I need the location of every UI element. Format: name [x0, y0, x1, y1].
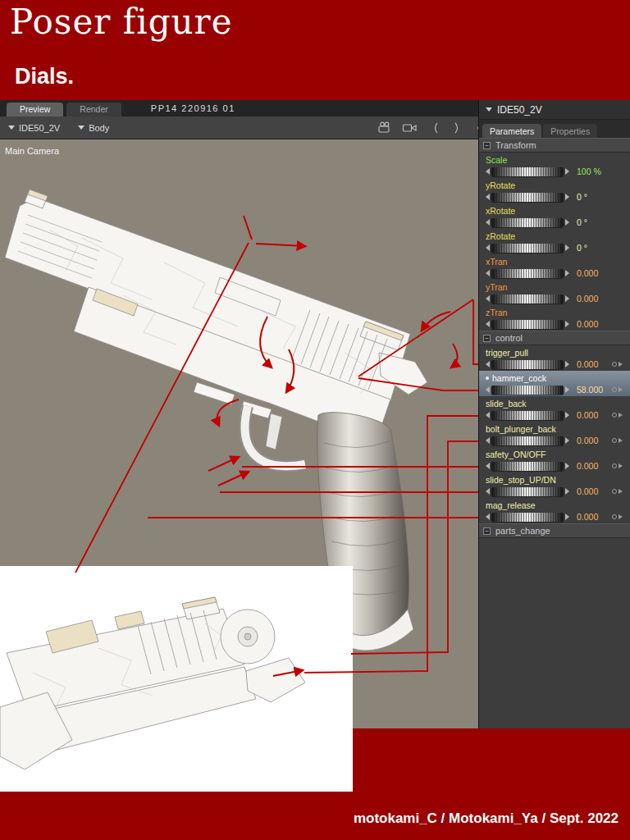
figure-dropdown[interactable]: IDE50_2V: [8, 123, 60, 133]
dial-increment-icon[interactable]: [565, 412, 569, 418]
param-value[interactable]: 0 °: [571, 217, 610, 227]
keyframe-icon[interactable]: [612, 463, 617, 468]
dial-increment-icon[interactable]: [565, 194, 569, 200]
param-dial[interactable]: [491, 513, 564, 522]
param-label-text: xTran: [486, 257, 507, 267]
dial-increment-icon[interactable]: [565, 386, 569, 393]
param-dial[interactable]: [491, 244, 564, 253]
param-label-text: Scale: [486, 155, 507, 165]
dial-decrement-icon[interactable]: [486, 514, 490, 520]
param-value[interactable]: 0.000: [571, 268, 610, 278]
param-dial[interactable]: [491, 360, 564, 369]
dial-decrement-icon[interactable]: [486, 244, 490, 251]
dial-increment-icon[interactable]: [565, 463, 569, 469]
dial-increment-icon[interactable]: [565, 168, 569, 175]
palette-tab-parameters[interactable]: Parameters: [482, 124, 541, 138]
doc-tab-preview[interactable]: Preview: [7, 103, 63, 116]
param-dial[interactable]: [491, 218, 564, 227]
next-key-icon[interactable]: [619, 514, 623, 519]
param-label: yRotate: [486, 180, 627, 190]
section-header-control[interactable]: −control: [479, 331, 630, 345]
param-dial[interactable]: [491, 320, 564, 329]
next-key-icon[interactable]: [619, 362, 623, 367]
dial-decrement-icon[interactable]: [486, 219, 490, 226]
param-dial[interactable]: [491, 462, 564, 471]
next-key-icon[interactable]: [619, 463, 623, 468]
param-value[interactable]: 0.000: [571, 294, 610, 304]
dial-decrement-icon[interactable]: [486, 463, 490, 469]
keyframe-icon[interactable]: [612, 514, 617, 519]
document-name-field[interactable]: PP14 220916 01: [143, 103, 244, 114]
param-dial[interactable]: [491, 411, 564, 420]
param-dial[interactable]: [491, 436, 564, 445]
collapse-icon[interactable]: −: [483, 335, 491, 342]
dial-decrement-icon[interactable]: [486, 194, 490, 200]
section-title: control: [495, 333, 523, 343]
next-key-icon[interactable]: [619, 489, 623, 494]
dial-increment-icon[interactable]: [565, 295, 569, 302]
param-value[interactable]: 0.000: [571, 319, 610, 329]
doc-tab-render[interactable]: Render: [66, 103, 121, 116]
palette-title-bar[interactable]: IDE50_2V: [479, 100, 630, 120]
param-value[interactable]: 0.000: [571, 359, 610, 369]
dial-increment-icon[interactable]: [565, 488, 569, 495]
dial-decrement-icon[interactable]: [486, 437, 490, 444]
dial-decrement-icon[interactable]: [486, 386, 490, 393]
dial-increment-icon[interactable]: [565, 321, 569, 327]
dial-decrement-icon[interactable]: [486, 321, 490, 327]
keyframe-icon[interactable]: [612, 362, 617, 367]
palette-tab-properties[interactable]: Properties: [543, 124, 597, 138]
param-value[interactable]: 0.000: [571, 410, 610, 420]
keyframe-icon[interactable]: [612, 438, 617, 443]
dial-increment-icon[interactable]: [565, 361, 569, 368]
collapse-icon[interactable]: −: [483, 527, 491, 535]
param-row-ytran: yTran0.000: [479, 280, 630, 305]
section-header-parts_change[interactable]: −parts_change: [479, 523, 630, 538]
dial-increment-icon[interactable]: [565, 437, 569, 444]
dial-decrement-icon[interactable]: [486, 361, 490, 368]
dial-decrement-icon[interactable]: [486, 295, 490, 302]
dial-decrement-icon[interactable]: [486, 412, 490, 418]
dial-line: 0.000: [486, 358, 627, 371]
param-dial[interactable]: [491, 269, 564, 278]
palette-title: IDE50_2V: [497, 104, 542, 116]
orbit-left-icon[interactable]: [425, 121, 443, 135]
param-dial[interactable]: [491, 167, 564, 176]
dial-increment-icon[interactable]: [565, 270, 569, 276]
param-value[interactable]: 0 °: [571, 243, 610, 253]
dial-decrement-icon[interactable]: [486, 270, 490, 276]
param-value[interactable]: 0.000: [571, 512, 610, 522]
closeup-render: [0, 566, 353, 792]
next-key-icon[interactable]: [619, 413, 623, 418]
body-part-dropdown[interactable]: Body: [78, 123, 109, 133]
collapse-icon[interactable]: −: [483, 142, 491, 149]
param-value[interactable]: 0.000: [571, 436, 610, 445]
keyframe-icon[interactable]: [612, 413, 617, 418]
param-dial[interactable]: [491, 386, 564, 395]
dial-increment-icon[interactable]: [565, 244, 569, 251]
dial-line: 0.000: [486, 485, 627, 498]
param-row-yrotate: yRotate0 °: [479, 178, 630, 203]
param-label-text: bolt_plunger_back: [486, 424, 556, 434]
dial-decrement-icon[interactable]: [486, 488, 490, 495]
dial-increment-icon[interactable]: [565, 514, 569, 520]
param-value[interactable]: 58.000: [571, 385, 610, 395]
param-value[interactable]: 0.000: [571, 486, 610, 496]
param-value[interactable]: 100 %: [571, 167, 610, 176]
param-dial[interactable]: [491, 294, 564, 304]
param-dial[interactable]: [491, 193, 564, 202]
param-value[interactable]: 0.000: [571, 461, 610, 471]
keyframe-icon[interactable]: [612, 387, 617, 392]
next-key-icon[interactable]: [619, 387, 623, 392]
film-camera-icon[interactable]: [376, 121, 394, 135]
section-header-transform[interactable]: −Transform: [479, 138, 630, 153]
next-key-icon[interactable]: [619, 438, 623, 443]
param-dial[interactable]: [491, 487, 564, 496]
page-title: Poser figure: [10, 2, 233, 42]
dial-decrement-icon[interactable]: [486, 168, 490, 175]
orbit-right-icon[interactable]: [450, 121, 468, 135]
video-camera-icon[interactable]: [400, 121, 418, 135]
keyframe-icon[interactable]: [612, 489, 617, 494]
dial-increment-icon[interactable]: [565, 219, 569, 226]
param-value[interactable]: 0 °: [571, 192, 610, 202]
